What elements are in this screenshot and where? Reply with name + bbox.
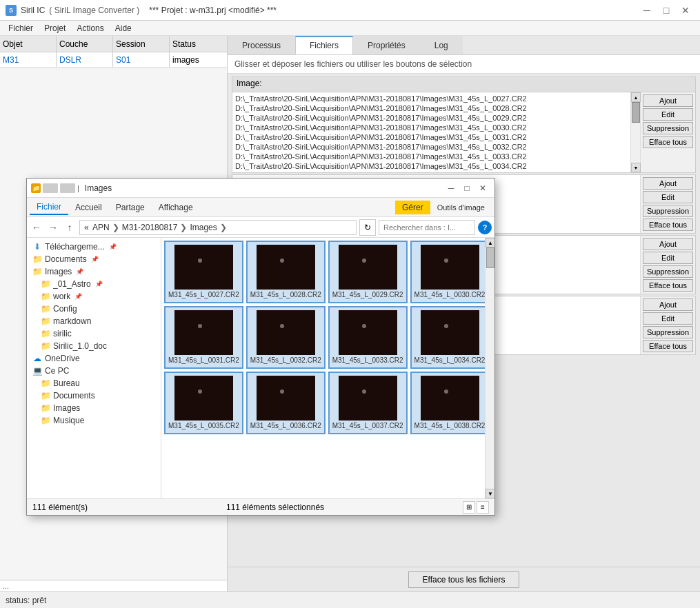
thumb-item-9[interactable]: M31_45s_L_0035.CR2 [164, 372, 243, 434]
thumb-scroll-up[interactable]: ▲ [486, 238, 494, 247]
thumb-item-4[interactable]: M31_45s_L_0030.CR2 [410, 241, 485, 303]
btn-edit-1[interactable]: Edit [643, 108, 693, 121]
btn-ajout-4[interactable]: Ajout [643, 298, 693, 311]
menu-projet[interactable]: Projet [39, 22, 71, 34]
pin-icon-1: 📌 [91, 256, 99, 263]
pin-icon-3: 📌 [95, 281, 103, 287]
tree-images[interactable]: 📁 Images 📌 [27, 265, 161, 278]
btn-edit-2[interactable]: Edit [643, 191, 693, 203]
tree-config[interactable]: 📁 Config [27, 303, 161, 315]
col-header-status: Status [170, 36, 227, 52]
tab-fichiers[interactable]: Fichiers [295, 36, 353, 54]
scroll-thumb[interactable] [632, 102, 640, 123]
thumb-scroll-down[interactable]: ▼ [486, 489, 494, 498]
maximize-button[interactable]: □ [657, 3, 675, 18]
tree-astro[interactable]: 📁 _01_Astro 📌 [27, 278, 161, 290]
btn-suppression-3[interactable]: Suppression [643, 265, 693, 278]
ribbon-tab-gerer[interactable]: Gérer [395, 201, 430, 214]
search-input[interactable] [379, 220, 475, 235]
tree-cepc[interactable]: 💻 Ce PC [27, 365, 161, 377]
tree-sirilic-doc[interactable]: 📁 Sirilic_1.0_doc [27, 340, 161, 352]
btn-ajout-3[interactable]: Ajout [643, 238, 693, 250]
tree-images2[interactable]: 📁 Images [27, 402, 161, 414]
folder-icon-musique: 📁 [41, 416, 50, 425]
btn-suppression-2[interactable]: Suppression [643, 205, 693, 217]
thumb-item-5[interactable]: M31_45s_L_0031.CR2 [164, 306, 243, 369]
menu-actions[interactable]: Actions [71, 22, 109, 34]
btn-suppression-1[interactable]: Suppression [643, 122, 693, 134]
thumb-item-8[interactable]: M31_45s_L_0034.CR2 [410, 306, 485, 369]
btn-edit-3[interactable]: Edit [643, 252, 693, 264]
btn-efface-1[interactable]: Efface tous [643, 136, 693, 148]
tree-onedrive[interactable]: ☁ OneDrive [27, 352, 161, 365]
refresh-button[interactable]: ↻ [359, 219, 376, 236]
close-button[interactable]: ✕ [677, 3, 694, 18]
table-row[interactable]: M31 DSLR S01 images [0, 52, 227, 68]
tab-log[interactable]: Log [420, 36, 463, 54]
explorer-close[interactable]: ✕ [475, 181, 490, 195]
btn-efface-4[interactable]: Efface tous [643, 340, 693, 352]
tree-documents[interactable]: 📁 Documents 📌 [27, 253, 161, 265]
section-image-scrollbar[interactable]: ▲ ▼ [630, 92, 640, 172]
thumb-img-1 [174, 245, 233, 290]
efface-all-button[interactable]: Efface tous les fichiers [408, 571, 520, 588]
tree-work[interactable]: 📁 work 📌 [27, 290, 161, 303]
title-bar-project: *** Projet : w-m31.prj <modifié> *** [149, 6, 277, 15]
tree-documents2[interactable]: 📁 Documents [27, 389, 161, 402]
btn-efface-3[interactable]: Efface tous [643, 279, 693, 292]
thumb-scrollbar[interactable]: ▲ ▼ [485, 238, 494, 498]
addr-sep3: ❯ [220, 223, 227, 232]
status-bar: status: prêt [0, 591, 700, 608]
view-list-button[interactable]: ≡ [477, 501, 489, 514]
tree-musique[interactable]: 📁 Musique [27, 414, 161, 427]
row-couche: DSLR [57, 52, 113, 67]
menu-fichier[interactable]: Fichier [3, 22, 39, 34]
btn-efface-2[interactable]: Efface tous [643, 219, 693, 231]
thumb-item-12[interactable]: M31_45s_L_0038.CR2 [410, 372, 485, 434]
explorer-status: 111 élément(s) 111 éléments sélectionnés… [27, 498, 494, 515]
scroll-down[interactable]: ▼ [631, 163, 641, 172]
thumb-item-7[interactable]: M31_45s_L_0033.CR2 [328, 306, 408, 369]
thumb-item-2[interactable]: M31_45s_L_0028.CR2 [246, 241, 326, 303]
thumb-scroll-thumb[interactable] [486, 247, 494, 268]
btn-edit-4[interactable]: Edit [643, 312, 693, 325]
btn-ajout-1[interactable]: Ajout [643, 94, 693, 107]
ribbon-tab-fichier[interactable]: Fichier [30, 200, 68, 215]
tab-processus[interactable]: Processus [228, 36, 295, 54]
ribbon-tab-tools[interactable]: Outils d'image [430, 201, 492, 214]
btn-suppression-4[interactable]: Suppression [643, 326, 693, 338]
explorer-maximize[interactable]: □ [459, 181, 474, 195]
addr-sep1: ❯ [112, 223, 119, 232]
minimize-button[interactable]: ─ [638, 3, 656, 18]
thumb-item-11[interactable]: M31_45s_L_0037.CR2 [328, 372, 408, 434]
thumb-item-10[interactable]: M31_45s_L_0036.CR2 [246, 372, 326, 434]
section-2-buttons: Ajout Edit Suppression Efface tous [640, 175, 695, 233]
tree-sirilic[interactable]: 📁 sirilic [27, 327, 161, 340]
ribbon-tab-accueil[interactable]: Accueil [68, 201, 109, 214]
nav-up[interactable]: ↑ [63, 221, 77, 234]
btn-ajout-2[interactable]: Ajout [643, 177, 693, 190]
thumb-item-1[interactable]: M31_45s_L_0027.CR2 [164, 241, 243, 303]
thumb-item-6[interactable]: M31_45s_L_0032.CR2 [246, 306, 326, 369]
nav-forward[interactable]: → [46, 221, 60, 234]
menu-aide[interactable]: Aide [110, 22, 137, 34]
star-7 [362, 324, 366, 328]
nav-back[interactable]: ← [30, 221, 43, 234]
help-button[interactable]: ? [478, 221, 492, 234]
ribbon-tab-partage[interactable]: Partage [109, 201, 152, 214]
view-grid-button[interactable]: ⊞ [463, 501, 475, 514]
scroll-up[interactable]: ▲ [631, 92, 641, 102]
tab-proprietes[interactable]: Propriétés [353, 36, 420, 54]
star-5 [198, 324, 202, 328]
tree-markdown[interactable]: 📁 markdown [27, 315, 161, 327]
folder-icon-work: 📁 [41, 292, 50, 301]
explorer-minimize[interactable]: ─ [443, 181, 459, 195]
ribbon-tab-affichage[interactable]: Affichage [152, 201, 200, 214]
status-selected: 111 éléments sélectionnés [226, 503, 324, 512]
tree-telecharge[interactable]: ⬇ Téléchargeme... 📌 [27, 241, 161, 253]
thumb-item-3[interactable]: M31_45s_L_0029.CR2 [328, 241, 408, 303]
tree-bureau[interactable]: 📁 Bureau [27, 377, 161, 389]
address-bar[interactable]: « APN ❯ M31-20180817 ❯ Images ❯ [79, 220, 357, 235]
star-8 [444, 324, 448, 328]
bottom-bar: Efface tous les fichiers [228, 567, 700, 591]
